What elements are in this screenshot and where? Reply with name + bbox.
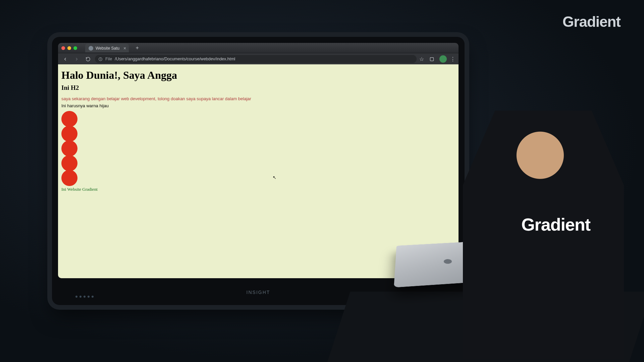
- red-circle: [61, 170, 77, 186]
- window-controls: [61, 46, 77, 50]
- page-heading-h1: Halo Dunia!, Saya Angga: [61, 69, 455, 81]
- window-minimize-button[interactable]: [67, 46, 71, 50]
- tab-title: Website Satu: [96, 46, 119, 51]
- presenter: [463, 111, 624, 359]
- extensions-button[interactable]: [427, 55, 436, 63]
- forward-button[interactable]: [72, 55, 81, 63]
- red-circle: [61, 140, 77, 157]
- page-heading-h2: Ini H2: [61, 84, 455, 92]
- new-tab-button[interactable]: +: [133, 44, 141, 52]
- arrow-left-icon: [63, 57, 68, 62]
- puzzle-icon: [429, 57, 434, 62]
- back-button[interactable]: [61, 55, 69, 63]
- window-titlebar: Website Satu × +: [58, 43, 459, 53]
- page-footer-link[interactable]: Ini Website Gradient: [61, 187, 455, 192]
- window-maximize-button[interactable]: [73, 46, 77, 50]
- red-circle: [61, 111, 77, 127]
- video-frame: Gradient Website Satu × +: [0, 0, 644, 362]
- svg-rect-1: [430, 57, 433, 61]
- mouse-cursor-icon: ↖: [273, 175, 276, 180]
- tab-close-button[interactable]: ×: [123, 46, 126, 51]
- page-paragraph: saya sekarang dengan belajar web develop…: [61, 96, 455, 101]
- page-note: Ini harusnya warna hijau: [61, 103, 455, 108]
- arrow-right-icon: [74, 57, 79, 62]
- shirt-text: Gradient: [521, 215, 590, 235]
- channel-watermark: Gradient: [562, 13, 621, 30]
- reload-button[interactable]: [84, 55, 92, 63]
- file-icon: [98, 57, 103, 61]
- bookmark-star-icon[interactable]: ☆: [419, 56, 424, 62]
- profile-avatar-icon[interactable]: [439, 55, 447, 63]
- red-circle: [61, 126, 77, 142]
- url-path: /Users/anggardhafebriano/Documents/cours…: [115, 57, 235, 61]
- browser-tab[interactable]: Website Satu ×: [85, 44, 129, 52]
- browser-toolbar: File /Users/anggardhafebriano/Documents/…: [58, 53, 459, 65]
- reload-icon: [86, 57, 91, 62]
- red-circle: [61, 155, 77, 171]
- url-scheme-label: File: [105, 57, 112, 61]
- menu-button[interactable]: ⋮: [450, 56, 456, 62]
- rendered-page: Halo Dunia!, Saya Angga Ini H2 saya seka…: [58, 64, 459, 195]
- browser-window: Website Satu × + File /Users/an: [58, 43, 459, 278]
- tab-favicon-icon: [89, 46, 93, 51]
- display-status-leds: [75, 296, 94, 298]
- address-bar[interactable]: File /Users/anggardhafebriano/Documents/…: [95, 55, 417, 63]
- red-circle-list: [61, 111, 455, 186]
- window-close-button[interactable]: [61, 46, 65, 50]
- toolbar-right: ☆ ⋮: [419, 55, 456, 63]
